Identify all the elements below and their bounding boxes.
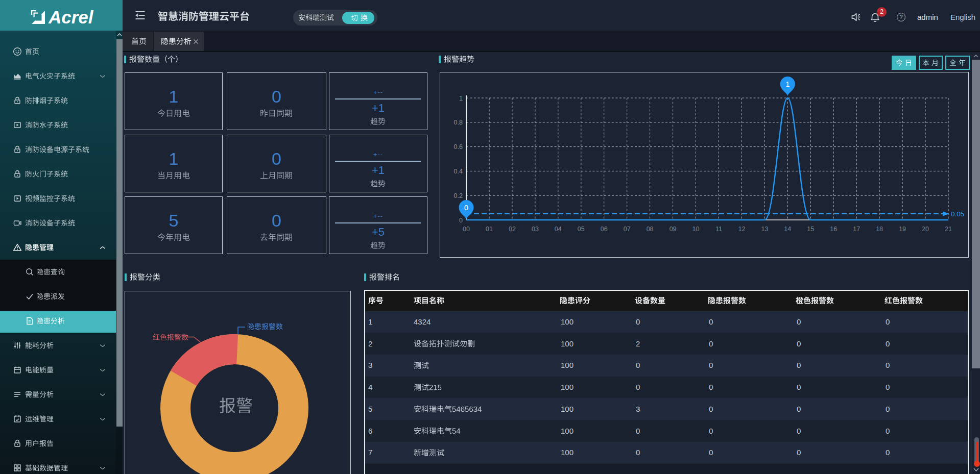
svg-text:08: 08: [647, 226, 654, 233]
svg-text:21: 21: [945, 226, 952, 233]
svg-text:12: 12: [738, 226, 745, 233]
svg-text:02: 02: [509, 226, 516, 233]
svg-text:1: 1: [459, 95, 463, 102]
svg-text:0.8: 0.8: [454, 119, 463, 126]
svg-text:0.4: 0.4: [454, 168, 463, 175]
svg-text:19: 19: [899, 226, 906, 233]
svg-text:20: 20: [922, 226, 929, 233]
svg-text:06: 06: [601, 226, 608, 233]
svg-text:0.2: 0.2: [454, 192, 463, 199]
svg-text:04: 04: [555, 226, 562, 233]
svg-text:0: 0: [459, 217, 463, 224]
svg-text:18: 18: [876, 226, 883, 233]
svg-text:1: 1: [785, 80, 790, 88]
svg-text:10: 10: [692, 226, 700, 233]
svg-text:03: 03: [532, 226, 539, 233]
svg-text:16: 16: [830, 226, 837, 233]
svg-text:14: 14: [784, 226, 791, 233]
svg-text:0: 0: [464, 204, 468, 212]
svg-text:07: 07: [624, 226, 631, 233]
svg-text:0.05: 0.05: [951, 210, 964, 218]
svg-text:0.6: 0.6: [454, 143, 463, 151]
svg-text:11: 11: [715, 226, 722, 233]
svg-text:09: 09: [670, 226, 677, 233]
svg-text:00: 00: [463, 226, 470, 233]
svg-text:01: 01: [486, 226, 493, 233]
svg-text:13: 13: [761, 226, 768, 233]
svg-text:15: 15: [807, 226, 814, 233]
svg-text:17: 17: [853, 226, 860, 233]
svg-text:05: 05: [578, 226, 585, 233]
